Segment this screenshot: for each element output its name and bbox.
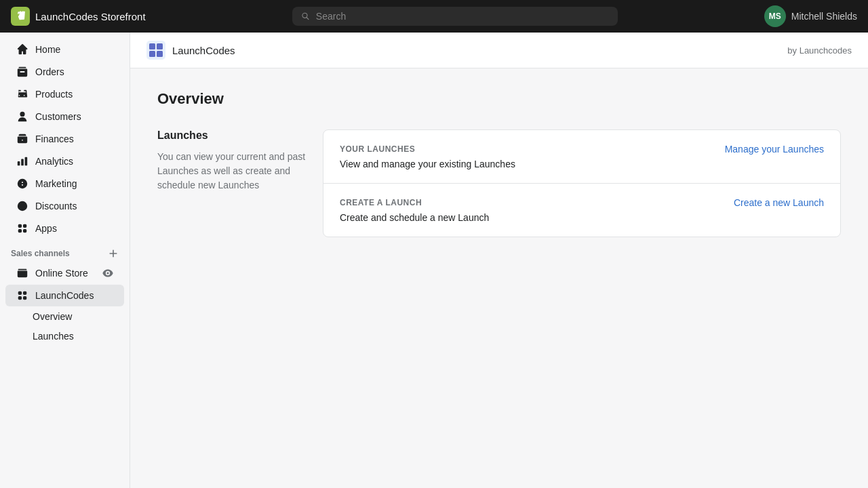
- add-sales-channel-button[interactable]: [108, 248, 119, 259]
- search-input[interactable]: [316, 11, 610, 22]
- search-container: [292, 7, 618, 26]
- app-by-label: by Launchcodes: [787, 45, 852, 56]
- sidebar-item-home[interactable]: Home: [5, 39, 124, 60]
- svg-rect-0: [146, 41, 165, 60]
- main-content: LaunchCodes by Launchcodes Overview Laun…: [130, 33, 868, 488]
- overview-row: Launches You can view your current and p…: [157, 129, 841, 237]
- eye-icon: [102, 268, 113, 279]
- home-icon: [16, 43, 28, 56]
- your-launches-title: YOUR LAUNCHES: [340, 144, 415, 154]
- products-icon: [16, 88, 28, 100]
- store-name: LaunchCodes Storefront: [35, 11, 146, 22]
- topnav-left: LaunchCodes Storefront: [11, 7, 146, 26]
- sidebar-item-label: Marketing: [35, 178, 77, 189]
- plus-icon: [108, 248, 119, 259]
- manage-launches-link[interactable]: Manage your Launches: [725, 144, 824, 155]
- sidebar-sub-item-launches[interactable]: Launches: [5, 327, 124, 346]
- launch-card-create-launch: CREATE A LAUNCH Create a new Launch Crea…: [323, 184, 840, 237]
- orders-icon: [16, 66, 28, 78]
- create-launch-title: CREATE A LAUNCH: [340, 198, 422, 207]
- sidebar-item-products[interactable]: Products: [5, 83, 124, 105]
- launchcodes-label: LaunchCodes: [35, 290, 94, 301]
- app-header-left: LaunchCodes: [146, 41, 235, 60]
- launch-card-your-launches: YOUR LAUNCHES Manage your Launches View …: [323, 130, 840, 184]
- sidebar-item-label: Apps: [35, 223, 57, 234]
- user-avatar: MS: [764, 5, 786, 27]
- sidebar-item-label: Products: [35, 89, 73, 100]
- create-launch-desc: Create and schedule a new Launch: [340, 212, 824, 223]
- svg-rect-1: [149, 43, 155, 49]
- sidebar-item-analytics[interactable]: Analytics: [5, 150, 124, 172]
- marketing-icon: [16, 178, 28, 190]
- sidebar-item-discounts[interactable]: Discounts: [5, 195, 124, 217]
- shopify-logo[interactable]: [11, 7, 30, 26]
- app-header-icon: [146, 41, 165, 60]
- sidebar-item-finances[interactable]: Finances: [5, 128, 124, 150]
- create-launch-link[interactable]: Create a new Launch: [734, 197, 824, 208]
- sidebar-item-apps[interactable]: Apps: [5, 218, 124, 239]
- sidebar-item-marketing[interactable]: Marketing: [5, 173, 124, 195]
- layout: Home Orders Products Customers Finances: [0, 33, 868, 488]
- launchcodes-icon: [16, 289, 28, 302]
- svg-rect-4: [157, 51, 163, 57]
- sales-channels-section: Sales channels: [0, 240, 130, 262]
- search-icon: [300, 11, 311, 22]
- apps-icon: [16, 222, 28, 235]
- sidebar: Home Orders Products Customers Finances: [0, 33, 130, 488]
- svg-rect-3: [149, 51, 155, 57]
- svg-rect-2: [157, 43, 163, 49]
- user-name: Mitchell Shields: [791, 11, 857, 22]
- online-store-label: Online Store: [35, 268, 88, 279]
- launches-description: Launches You can view your current and p…: [157, 129, 307, 192]
- sidebar-item-label: Customers: [35, 111, 81, 122]
- sidebar-item-label: Analytics: [35, 156, 73, 167]
- search-wrap: [292, 7, 618, 26]
- sidebar-item-label: Finances: [35, 134, 74, 144]
- launches-description-text: You can view your current and past Launc…: [157, 150, 307, 192]
- sidebar-item-label: Home: [35, 44, 60, 55]
- sidebar-item-launchcodes[interactable]: LaunchCodes: [5, 285, 124, 306]
- sidebar-item-orders[interactable]: Orders: [5, 61, 124, 83]
- analytics-icon: [16, 155, 28, 167]
- customers-icon: [16, 110, 28, 123]
- online-store-icon: [16, 267, 28, 279]
- topnav: LaunchCodes Storefront MS Mitchell Shiel…: [0, 0, 868, 33]
- app-name: LaunchCodes: [172, 45, 235, 56]
- sidebar-item-label: Discounts: [35, 201, 77, 211]
- sidebar-item-customers[interactable]: Customers: [5, 106, 124, 127]
- page-title: Overview: [157, 90, 841, 108]
- launches-section-title: Launches: [157, 129, 307, 142]
- your-launches-desc: View and manage your existing Launches: [340, 159, 824, 169]
- app-header: LaunchCodes by Launchcodes: [130, 33, 868, 68]
- discounts-icon: [16, 200, 28, 212]
- sidebar-item-online-store[interactable]: Online Store: [5, 262, 124, 284]
- launches-cards: YOUR LAUNCHES Manage your Launches View …: [323, 129, 841, 237]
- finances-icon: [16, 133, 28, 145]
- content-area: Overview Launches You can view your curr…: [130, 68, 868, 259]
- sidebar-item-label: Orders: [35, 66, 64, 77]
- topnav-right: MS Mitchell Shields: [764, 5, 857, 27]
- sidebar-sub-item-overview[interactable]: Overview: [5, 307, 124, 326]
